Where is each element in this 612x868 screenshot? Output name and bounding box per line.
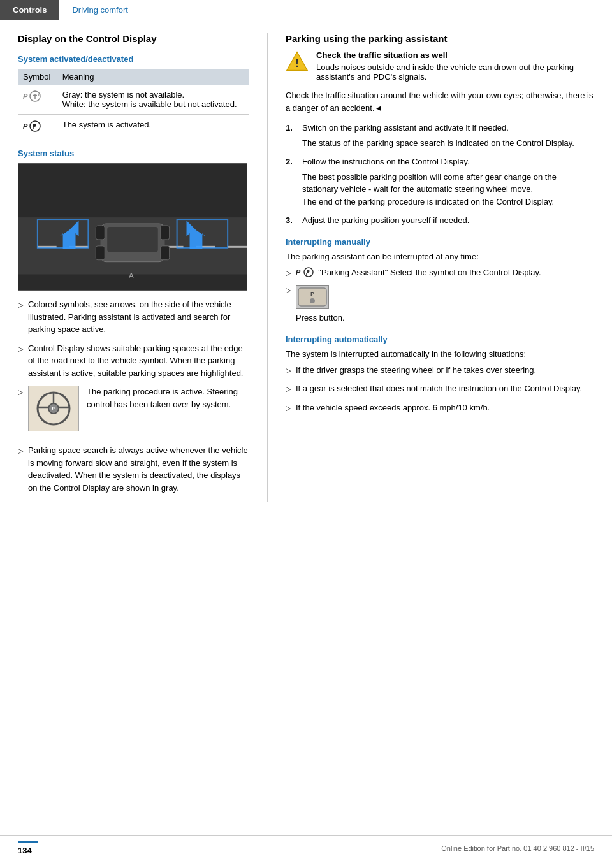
step-number-1: 1. bbox=[286, 122, 297, 149]
interrupt-manual-bullet-1: ▷ P "Parking Assistant" Select the symbo… bbox=[286, 266, 594, 279]
svg-point-33 bbox=[310, 298, 315, 303]
p-symbol-inline: P bbox=[296, 267, 300, 278]
page-number: 134 bbox=[18, 841, 38, 855]
parking-status-svg: A bbox=[18, 163, 247, 291]
auto-bullet-1: If the driver grasps the steering wheel … bbox=[296, 364, 536, 377]
tab-driving-comfort[interactable]: Driving comfort bbox=[59, 0, 140, 20]
interrupt-auto-intro: The system is interrupted automatically … bbox=[286, 349, 594, 359]
meaning-cell-2: The system is activated. bbox=[57, 115, 249, 138]
interrupt-manual-section: Interrupting manually The parking assist… bbox=[286, 237, 594, 324]
bullet-arrow-icon: ▷ bbox=[286, 285, 291, 296]
interrupt-manual-intro: The parking assistant can be interrupted… bbox=[286, 252, 594, 261]
bullet-arrow-icon: ▷ bbox=[286, 365, 291, 377]
svg-text:P: P bbox=[52, 405, 56, 412]
step-number-2: 2. bbox=[286, 156, 297, 208]
bullet-text-2: Control Display shows suitable parking s… bbox=[28, 342, 249, 380]
bullet-arrow-icon: ▷ bbox=[18, 300, 23, 336]
interrupt-auto-title: Interrupting automatically bbox=[286, 335, 594, 344]
list-item: 1. Switch on the parking assistant and a… bbox=[286, 122, 594, 149]
bullet-arrow-icon: ▷ bbox=[286, 268, 291, 278]
gear-inline-icon bbox=[303, 266, 314, 278]
parking-inactive-icon: P bbox=[23, 90, 52, 103]
left-column: Display on the Control Display System ac… bbox=[0, 33, 268, 502]
warning-triangle-icon: ! bbox=[286, 50, 309, 73]
page-header: Controls Driving comfort bbox=[0, 0, 612, 20]
warning-line2: Louds noises outside and inside the vehi… bbox=[316, 62, 594, 82]
bullet-arrow-icon: ▷ bbox=[18, 445, 23, 494]
step-content-3: Adjust the parking position yourself if … bbox=[302, 214, 469, 227]
table-col-symbol: Symbol bbox=[18, 69, 57, 85]
meaning-line3: The system is activated. bbox=[62, 120, 244, 129]
steps-list: 1. Switch on the parking assistant and a… bbox=[286, 122, 594, 227]
meaning-line2: White: the system is available but not a… bbox=[62, 99, 244, 109]
bullet-text-4: Parking space search is always active wh… bbox=[28, 444, 249, 494]
page-footer: 134 Online Edition for Part no. 01 40 2 … bbox=[0, 835, 612, 855]
right-column: Parking using the parking assistant ! Ch… bbox=[268, 33, 612, 502]
interrupt-manual-text-2: Press button. bbox=[296, 312, 345, 324]
footer-edition-text: Online Edition for Part no. 01 40 2 960 … bbox=[441, 844, 594, 852]
bullet-arrow-icon: ▷ bbox=[286, 384, 291, 395]
svg-text:!: ! bbox=[295, 57, 298, 69]
parking-active-icon: P bbox=[23, 120, 52, 133]
auto-bullet-3: If the vehicle speed exceeds approx. 6 m… bbox=[296, 401, 490, 414]
interrupt-auto-bullets: ▷ If the driver grasps the steering whee… bbox=[286, 364, 594, 414]
interrupt-manual-text-1: "Parking Assistant" Select the symbol on… bbox=[318, 266, 541, 279]
steering-wheel-button-image: P bbox=[28, 386, 79, 431]
list-item: ▷ Parking space search is always active … bbox=[18, 444, 249, 494]
bullet-arrow-icon: ▷ bbox=[18, 387, 23, 438]
driving-tab-label: Driving comfort bbox=[72, 5, 127, 15]
tab-controls[interactable]: Controls bbox=[0, 0, 59, 20]
list-item: 3. Adjust the parking position yourself … bbox=[286, 214, 594, 227]
step-content-2: Follow the instructions on the Control D… bbox=[302, 156, 594, 208]
step-main-1: Switch on the parking assistant and acti… bbox=[302, 122, 574, 134]
table-row: P The system is activated. bbox=[18, 115, 249, 138]
step-sub-1: The status of the parking space search i… bbox=[302, 137, 574, 150]
system-status-image: A bbox=[18, 163, 247, 291]
step-main-3: Adjust the parking position yourself if … bbox=[302, 214, 469, 227]
svg-rect-15 bbox=[96, 246, 105, 260]
svg-rect-12 bbox=[107, 227, 158, 252]
bullet-arrow-icon: ▷ bbox=[286, 403, 291, 414]
interrupt-auto-section: Interrupting automatically The system is… bbox=[286, 335, 594, 414]
list-item: ▷ Colored symbols, see arrows, on the si… bbox=[18, 298, 249, 336]
interrupt-manual-bullet-2: ▷ P Press button. bbox=[286, 284, 594, 324]
warning-extra: Check the traffic situation around the v… bbox=[286, 89, 594, 114]
table-row: P Gray: the system is not available. bbox=[18, 85, 249, 115]
gear-active-icon bbox=[29, 120, 41, 133]
table-col-meaning: Meaning bbox=[57, 69, 249, 85]
warning-box: ! Check the traffic situation as well Lo… bbox=[286, 50, 594, 82]
auto-bullet-2: If a gear is selected that does not matc… bbox=[296, 382, 582, 395]
right-section-title: Parking using the parking assistant bbox=[286, 33, 594, 44]
list-item: ▷ If a gear is selected that does not ma… bbox=[286, 382, 594, 395]
main-content: Display on the Control Display System ac… bbox=[0, 20, 612, 514]
meaning-cell-1: Gray: the system is not available. White… bbox=[57, 85, 249, 115]
warning-line1: Check the traffic situation as well bbox=[316, 50, 594, 60]
step-main-2: Follow the instructions on the Control D… bbox=[302, 156, 594, 168]
step-content-1: Switch on the parking assistant and acti… bbox=[302, 122, 574, 149]
symbol-cell-2: P bbox=[18, 115, 57, 138]
bullet-text-1: Colored symbols, see arrows, on the side… bbox=[28, 298, 249, 336]
svg-rect-13 bbox=[96, 226, 105, 240]
gear-inactive-icon bbox=[29, 90, 41, 103]
subsection1-title: System activated/deactivated bbox=[18, 54, 249, 64]
symbol-with-text: P "Parking Assistant" Select the symbol … bbox=[296, 266, 541, 279]
interrupt-manual-title: Interrupting manually bbox=[286, 237, 594, 247]
list-item: ▷ Control Display shows suitable parking… bbox=[18, 342, 249, 380]
inline-item-with-image: P The parking procedure is active. Steer… bbox=[28, 386, 249, 431]
subsection2-title: System status bbox=[18, 148, 249, 158]
press-button-image: P bbox=[296, 285, 329, 309]
bullet-arrow-icon: ▷ bbox=[18, 344, 23, 380]
left-section-title: Display on the Control Display bbox=[18, 33, 249, 44]
meaning-line1: Gray: the system is not available. bbox=[62, 90, 244, 99]
list-item: ▷ If the vehicle speed exceeds approx. 6… bbox=[286, 401, 594, 414]
button-svg: P bbox=[297, 287, 328, 307]
bullet-text-3: The parking procedure is active. Steerin… bbox=[87, 386, 249, 431]
svg-rect-10 bbox=[228, 246, 247, 248]
list-item: ▷ P The parking pr bbox=[18, 386, 249, 438]
svg-text:A: A bbox=[129, 271, 134, 279]
symbol-cell-1: P bbox=[18, 85, 57, 115]
svg-rect-16 bbox=[161, 246, 170, 260]
list-item: ▷ If the driver grasps the steering whee… bbox=[286, 364, 594, 377]
svg-text:P: P bbox=[310, 291, 314, 297]
step-number-3: 3. bbox=[286, 214, 297, 227]
